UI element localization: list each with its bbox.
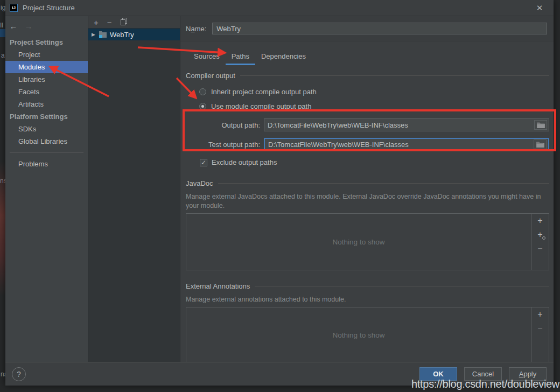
sidebar-item-problems[interactable]: Problems xyxy=(5,158,88,170)
output-path-label: Output path: xyxy=(186,121,260,129)
remove-annotation-icon[interactable]: − xyxy=(537,324,542,333)
javadoc-empty-text: Nothing to show xyxy=(186,214,531,270)
help-icon: ? xyxy=(17,370,21,379)
forward-icon: → xyxy=(24,22,33,31)
add-javadoc-url-icon[interactable]: + xyxy=(537,230,542,240)
tab-dependencies[interactable]: Dependencies xyxy=(255,50,312,65)
external-annotations-list-toolbar: + − xyxy=(531,307,549,363)
cancel-button[interactable]: Cancel xyxy=(464,367,502,381)
external-annotations-empty-text: Nothing to show xyxy=(186,307,531,363)
sidebar-item-libraries[interactable]: Libraries xyxy=(5,73,88,86)
external-annotations-description: Manage external annotations attached to … xyxy=(186,295,541,304)
radio-use-module-output-path[interactable]: Use module compile output path xyxy=(199,102,549,110)
tree-toolbar: + − xyxy=(88,16,180,29)
external-annotations-list[interactable]: Nothing to show + − xyxy=(186,307,549,363)
back-icon[interactable]: ← xyxy=(9,22,18,31)
radio-icon[interactable] xyxy=(199,88,206,95)
dialog-footer: ? OK Cancel Apply xyxy=(5,362,554,386)
radio-label: Inherit project compile output path xyxy=(211,88,317,96)
copy-icon xyxy=(121,18,128,25)
tree-node-webtry[interactable]: ▶ WebTry xyxy=(88,29,180,40)
folder-icon xyxy=(536,141,544,148)
compiler-output-section-header: Compiler output xyxy=(186,72,549,80)
output-path-field[interactable] xyxy=(264,118,549,131)
javadoc-section-header: JavaDoc xyxy=(186,179,549,187)
background-text-fragment: a xyxy=(1,52,5,59)
copy-module-icon[interactable] xyxy=(121,18,128,26)
sidebar-item-facets[interactable]: Facets xyxy=(5,86,88,98)
javadoc-description: Manage external JavaDocs attached to thi… xyxy=(186,192,541,211)
background-text-fragment: Il xyxy=(0,22,3,29)
expand-arrow-icon[interactable]: ▶ xyxy=(92,32,95,37)
background-selection-sliver xyxy=(0,29,5,37)
background-text-fragment: ig xyxy=(1,4,5,11)
module-tabs: Sources Paths Dependencies xyxy=(188,50,549,65)
folder-icon xyxy=(537,122,545,128)
name-label: Name: xyxy=(186,25,206,33)
javadoc-list[interactable]: Nothing to show + + − xyxy=(186,213,549,270)
remove-module-icon[interactable]: − xyxy=(107,18,112,26)
background-image-sliver xyxy=(0,162,5,296)
external-annotations-section-header: External Annotations xyxy=(186,282,549,290)
sidebar-item-modules[interactable]: Modules xyxy=(5,61,88,73)
browse-folder-button[interactable] xyxy=(534,120,547,130)
module-folder-icon xyxy=(99,31,107,38)
exclude-output-paths-checkbox-row[interactable]: ✓ Exclude output paths xyxy=(200,158,549,166)
test-output-path-input[interactable] xyxy=(265,139,548,150)
settings-sidebar: ← → Project Settings Project Modules Lib… xyxy=(5,16,88,362)
checkbox-checked-icon[interactable]: ✓ xyxy=(200,159,207,166)
sidebar-item-artifacts[interactable]: Artifacts xyxy=(5,98,88,110)
sidebar-section-platform-settings: Platform Settings xyxy=(5,110,88,123)
module-name-header: Name: xyxy=(180,16,554,41)
ok-button[interactable]: OK xyxy=(419,367,457,381)
radio-selected-icon[interactable] xyxy=(199,103,206,110)
remove-javadoc-icon[interactable]: − xyxy=(537,244,542,254)
sidebar-item-project[interactable]: Project xyxy=(5,48,88,61)
radio-inherit-output-path[interactable]: Inherit project compile output path xyxy=(199,88,549,96)
sidebar-divider xyxy=(10,152,83,153)
help-button[interactable]: ? xyxy=(12,367,26,381)
add-annotation-icon[interactable]: + xyxy=(537,310,542,319)
checkbox-label: Exclude output paths xyxy=(212,158,277,166)
url-badge-icon xyxy=(542,236,545,240)
sidebar-item-sdks[interactable]: SDKs xyxy=(5,123,88,135)
radio-label: Use module compile output path xyxy=(211,102,311,110)
dialog-title: Project Structure xyxy=(23,4,75,12)
tab-paths[interactable]: Paths xyxy=(226,50,255,65)
output-path-input[interactable] xyxy=(264,119,549,131)
test-output-path-field[interactable] xyxy=(264,138,549,151)
add-javadoc-icon[interactable]: + xyxy=(537,216,542,226)
add-module-icon[interactable]: + xyxy=(94,18,99,26)
module-name-input[interactable] xyxy=(212,23,547,34)
close-icon[interactable]: ✕ xyxy=(533,2,546,14)
dialog-titlebar[interactable]: IJ Project Structure ✕ xyxy=(5,0,554,16)
test-output-path-row: Test output path: xyxy=(186,138,549,151)
javadoc-list-toolbar: + + − xyxy=(531,214,549,270)
tree-node-label: WebTry xyxy=(110,31,134,39)
sidebar-section-project-settings: Project Settings xyxy=(5,36,88,48)
sidebar-item-global-libraries[interactable]: Global Libraries xyxy=(5,135,88,148)
modules-tree-panel: + − ▶ WebTry xyxy=(88,16,180,362)
output-path-row: Output path: xyxy=(186,118,549,131)
tab-sources[interactable]: Sources xyxy=(188,50,226,65)
test-output-path-label: Test output path: xyxy=(186,141,260,149)
intellij-logo-icon: IJ xyxy=(10,4,18,12)
project-structure-dialog: IJ Project Structure ✕ ← → Project Setti… xyxy=(5,0,554,386)
apply-button[interactable]: Apply xyxy=(509,367,547,381)
module-editor-panel: Name: Sources Paths Dependencies Compile… xyxy=(180,16,554,362)
browse-folder-button[interactable] xyxy=(534,139,547,149)
